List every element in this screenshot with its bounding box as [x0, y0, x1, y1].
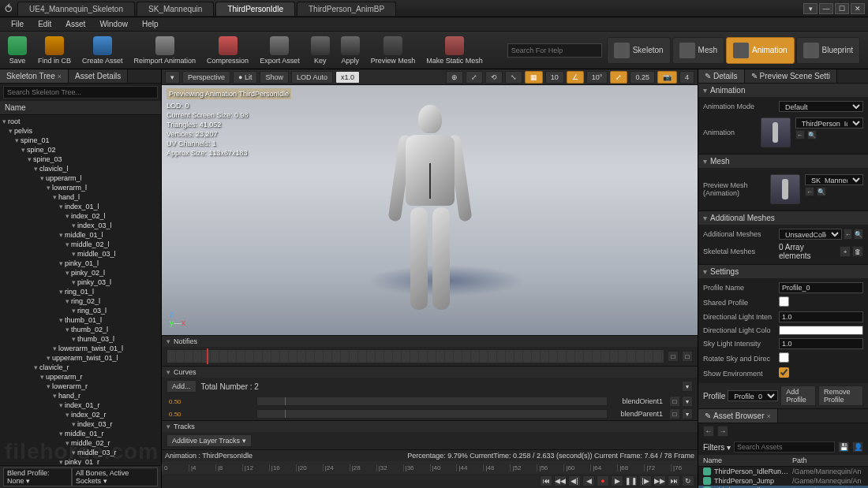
setting-checkbox[interactable]: [779, 367, 789, 378]
setting-checkbox[interactable]: [779, 352, 789, 363]
bone-node[interactable]: ▾upperarm_r: [0, 372, 161, 382]
browse-icon[interactable]: 🔍: [854, 229, 863, 240]
static-button[interactable]: Make Static Mesh: [421, 35, 488, 66]
bone-node[interactable]: ▾upperarm_l: [0, 173, 161, 183]
bone-node[interactable]: ▾root: [0, 117, 161, 126]
perspective-button[interactable]: Perspective: [182, 71, 230, 84]
menu-help[interactable]: Help: [136, 18, 165, 30]
transform-mode-icon[interactable]: ⤢: [466, 71, 483, 84]
tab-skeleton-tree[interactable]: Skeleton Tree×: [0, 69, 69, 83]
snap-value[interactable]: 10: [545, 71, 564, 84]
clear-icon[interactable]: 🗑: [852, 246, 863, 257]
camera-speed-icon[interactable]: 📷: [657, 71, 677, 84]
curves-menu-icon[interactable]: ▾: [682, 381, 693, 392]
loop-button[interactable]: ↻: [682, 475, 694, 486]
title-tab[interactable]: ThirdPerson_AnimBP: [297, 2, 396, 16]
title-tab[interactable]: UE4_Mannequin_Skeleton: [17, 2, 135, 16]
scale-value[interactable]: 0.25: [630, 71, 655, 84]
bone-node[interactable]: ▾middle_01_r: [0, 429, 161, 438]
bone-node[interactable]: ▾ring_01_l: [0, 287, 161, 296]
viewport[interactable]: Previewing Animation ThirdPersonIdle LOD…: [162, 85, 698, 335]
curve-value[interactable]: 0.50: [166, 409, 253, 419]
track-remove-icon[interactable]: □: [682, 351, 693, 362]
bone-node[interactable]: ▾lowerarm_l: [0, 183, 161, 192]
transform-mode-icon[interactable]: ⤡: [505, 71, 522, 84]
minimize-button[interactable]: —: [819, 3, 833, 14]
find-button[interactable]: Find in CB: [33, 35, 76, 66]
snap-grid-icon[interactable]: ▦: [525, 71, 543, 84]
bone-node[interactable]: ▾lowerarm_r: [0, 382, 161, 391]
bone-node[interactable]: ▾pinky_02_l: [0, 268, 161, 278]
track-add-icon[interactable]: □: [668, 351, 679, 362]
bone-node[interactable]: ▾middle_03_l: [0, 249, 161, 259]
goto-end-button[interactable]: ⏭: [668, 475, 680, 486]
maximize-button[interactable]: ☐: [835, 3, 849, 14]
mode-tab-blueprint[interactable]: Blueprint: [796, 37, 860, 64]
snap-angle-icon[interactable]: ∠: [567, 71, 584, 84]
bone-node[interactable]: ▾spine_01: [0, 136, 161, 145]
bone-node[interactable]: ▾pinky_01_l: [0, 259, 161, 268]
apply-button[interactable]: Apply: [336, 35, 365, 66]
curve-value[interactable]: 0.50: [166, 397, 253, 406]
curve-toggle-icon[interactable]: □: [669, 408, 680, 419]
skeleton-tree[interactable]: ▾root▾pelvis▾spine_01▾spine_02▾spine_03▾…: [0, 115, 161, 465]
export-button[interactable]: Export Asset: [255, 35, 305, 66]
step-fwd-button[interactable]: ▶▶: [653, 475, 666, 486]
bone-node[interactable]: ▾hand_r: [0, 391, 161, 400]
forward-button[interactable]: →: [717, 426, 728, 437]
preview-button[interactable]: Preview Mesh: [366, 35, 421, 66]
save-icon[interactable]: 💾: [838, 441, 849, 453]
goto-start-button[interactable]: ⏮: [540, 475, 552, 486]
setting-input[interactable]: [779, 282, 863, 293]
menu-window[interactable]: Window: [93, 18, 134, 30]
snap-scale-icon[interactable]: ⤢: [610, 71, 627, 84]
bone-node[interactable]: ▾hand_l: [0, 192, 161, 202]
curve-track[interactable]: [256, 397, 608, 406]
bone-node[interactable]: ▾spine_03: [0, 155, 161, 164]
menu-file[interactable]: File: [5, 18, 30, 30]
bone-node[interactable]: ▾index_02_l: [0, 211, 161, 221]
title-tab[interactable]: SK_Mannequin: [137, 2, 214, 16]
bone-node[interactable]: ▾middle_03_r: [0, 448, 161, 457]
bone-node[interactable]: ▾clavicle_l: [0, 164, 161, 173]
frame-ruler[interactable]: 0|4|8|12|16|20|24|28|32|36|40|44|48|52|5…: [162, 461, 698, 474]
setting-input[interactable]: [779, 338, 863, 349]
browse-icon[interactable]: 🔍: [807, 130, 817, 140]
bone-node[interactable]: ▾index_01_r: [0, 400, 161, 410]
pause-button[interactable]: ❚❚: [625, 475, 638, 486]
use-selected-icon[interactable]: ←: [795, 130, 805, 140]
menu-edit[interactable]: Edit: [32, 18, 58, 30]
record-button[interactable]: ●: [597, 475, 609, 486]
animation-asset-dropdown[interactable]: ThirdPerson_IdleRun_2D: [795, 117, 863, 129]
help-search-input[interactable]: [507, 43, 602, 58]
angle-value[interactable]: 10°: [586, 71, 608, 84]
tab-asset-details[interactable]: Asset Details: [69, 69, 128, 83]
bone-node[interactable]: ▾pinky_03_l: [0, 278, 161, 287]
close-button[interactable]: ✕: [851, 3, 865, 14]
profile-dropdown[interactable]: Profile_0: [728, 390, 778, 401]
curve-track[interactable]: [256, 409, 608, 419]
lit-button[interactable]: ● Lit: [233, 71, 257, 84]
window-control-icon[interactable]: ▾: [803, 3, 817, 14]
key-button[interactable]: Key: [306, 35, 335, 66]
color-swatch[interactable]: [779, 326, 863, 335]
bone-node[interactable]: ▾upperarm_twist_01_l: [0, 353, 161, 363]
play-reverse-button[interactable]: ◀: [582, 475, 595, 486]
browse-icon[interactable]: 🔍: [817, 187, 826, 196]
reimport-button[interactable]: Reimport Animation: [129, 35, 201, 66]
preview-mesh-dropdown[interactable]: SK_Mannequin: [805, 174, 863, 185]
prev-frame-button[interactable]: ◀|: [568, 475, 581, 486]
speed-button[interactable]: x1.0: [335, 71, 360, 84]
step-back-button[interactable]: ◀◀: [554, 475, 567, 486]
tracks-dropdown[interactable]: Additive Layer Tracks ▾: [166, 434, 252, 447]
mode-tab-mesh[interactable]: Mesh: [672, 37, 724, 64]
tab-details[interactable]: ✎Details: [698, 69, 745, 83]
bone-node[interactable]: ▾clavicle_r: [0, 363, 161, 372]
show-button[interactable]: Show: [260, 71, 289, 84]
use-selected-icon[interactable]: ←: [844, 229, 852, 240]
bone-node[interactable]: ▾index_02_r: [0, 410, 161, 419]
blend-profile-dropdown[interactable]: Blend Profile: None ▾: [3, 468, 72, 486]
tab-preview-scene[interactable]: ✎Preview Scene Setti: [745, 69, 838, 83]
add-element-icon[interactable]: +: [840, 246, 851, 257]
bone-node[interactable]: ▾pinky_01_r: [0, 457, 161, 465]
